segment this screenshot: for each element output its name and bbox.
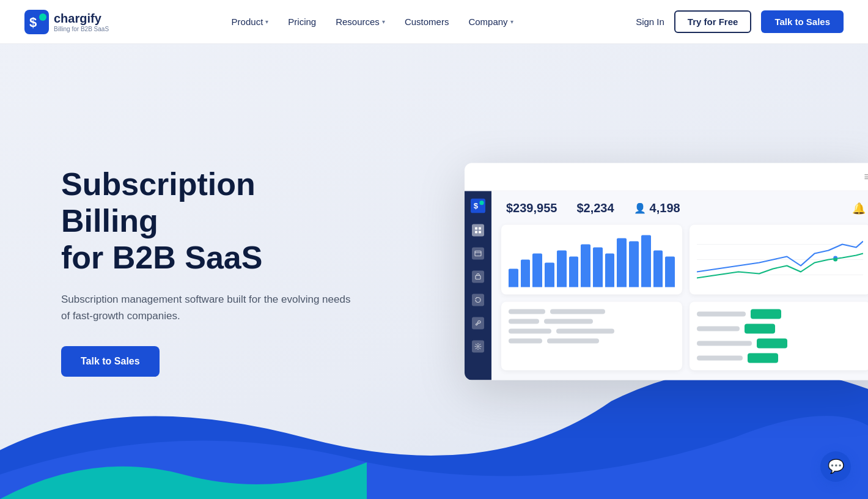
- data-bar: [509, 339, 542, 344]
- data-badge: [751, 309, 781, 319]
- data-bar: [697, 327, 740, 331]
- svg-rect-9: [479, 231, 481, 234]
- dashboard-data: [501, 302, 868, 371]
- data-row: [509, 329, 675, 334]
- sidebar-icon-dashboard: [472, 224, 484, 237]
- bar-chart-bar: [557, 251, 567, 287]
- svg-rect-12: [476, 276, 480, 279]
- bar-chart-bar: [569, 257, 579, 287]
- bar-chart-bar: [641, 235, 651, 287]
- navbar: $ chargify Billing for B2B SaaS Product …: [0, 0, 868, 44]
- svg-rect-7: [479, 227, 481, 230]
- bar-chart-bar: [521, 260, 531, 287]
- data-badge: [757, 339, 787, 349]
- data-box-left: [501, 302, 682, 371]
- data-badge: [748, 353, 778, 363]
- svg-text:$: $: [29, 15, 37, 30]
- data-bar: [697, 341, 752, 346]
- dashboard-stats: $239,955 $2,234 👤 4,198 🔔: [501, 201, 868, 215]
- data-bar: [547, 339, 599, 344]
- chevron-down-icon: ▾: [265, 18, 268, 25]
- bar-chart-bar: [509, 269, 518, 287]
- svg-rect-6: [475, 227, 477, 230]
- signin-button[interactable]: Sign In: [636, 17, 664, 27]
- sidebar-icon-refresh: [472, 294, 484, 306]
- sidebar-icon-wrench: [472, 317, 484, 330]
- chat-button[interactable]: 💬: [820, 451, 851, 482]
- logo[interactable]: $ chargify Billing for B2B SaaS: [24, 10, 109, 34]
- hero-content: Subscription Billing for B2B SaaS Subscr…: [0, 117, 355, 426]
- try-free-button[interactable]: Try for Free: [674, 10, 752, 33]
- svg-text:$: $: [474, 201, 479, 210]
- data-row: [509, 309, 675, 314]
- stat-revenue: $239,955: [506, 201, 557, 215]
- bar-chart: [509, 232, 675, 287]
- data-bar: [509, 319, 539, 324]
- nav-actions: Sign In Try for Free Talk to Sales: [636, 10, 844, 33]
- dashboard-sidebar: $: [465, 191, 491, 380]
- chevron-down-icon: ▾: [510, 18, 513, 25]
- stat-users-count: 4,198: [650, 201, 680, 215]
- data-bar: [544, 319, 593, 324]
- data-row: [509, 319, 675, 324]
- data-bar: [509, 309, 545, 314]
- hamburger-icon: ≡: [864, 171, 868, 183]
- svg-point-2: [39, 13, 46, 21]
- sidebar-icon-card: [472, 248, 484, 260]
- dashboard-topbar: ≡: [465, 163, 868, 191]
- dashboard-charts: [501, 225, 868, 295]
- svg-rect-8: [475, 231, 477, 234]
- bar-chart-bar: [545, 263, 554, 287]
- bar-chart-bar: [593, 248, 603, 287]
- bar-chart-bar: [581, 245, 590, 287]
- dashboard-card: ≡ $: [465, 163, 868, 380]
- nav-customers[interactable]: Customers: [405, 17, 449, 27]
- line-chart-box: [690, 225, 868, 295]
- bar-chart-bar: [653, 251, 663, 287]
- bell-icon: 🔔: [852, 201, 866, 215]
- sidebar-icon-gear: [472, 341, 484, 353]
- chat-icon: 💬: [828, 459, 844, 475]
- hero-subtitle: Subscription management software built f…: [61, 291, 355, 324]
- stat-users: 👤 4,198: [634, 201, 680, 215]
- data-rows-right: [697, 309, 863, 363]
- data-row: [697, 309, 863, 319]
- users-icon: 👤: [634, 202, 646, 214]
- dashboard-inner: $: [465, 191, 868, 380]
- bar-chart-bar: [629, 242, 639, 287]
- data-rows-left: [509, 309, 675, 344]
- data-box-right: [690, 302, 868, 371]
- dashboard-main: $239,955 $2,234 👤 4,198 🔔: [491, 191, 868, 380]
- dashboard-mockup: ≡ $: [465, 163, 868, 380]
- talk-to-sales-nav-button[interactable]: Talk to Sales: [761, 10, 844, 33]
- line-chart: [697, 232, 863, 287]
- nav-company[interactable]: Company ▾: [468, 17, 513, 27]
- chevron-down-icon: ▾: [382, 18, 385, 25]
- bar-chart-bar: [605, 254, 615, 287]
- logo-icon: $: [24, 10, 49, 34]
- data-row: [509, 339, 675, 344]
- data-bar: [556, 329, 614, 334]
- stat-mrr: $2,234: [576, 201, 614, 215]
- data-badge: [745, 324, 775, 334]
- svg-point-13: [477, 346, 479, 347]
- svg-rect-10: [475, 251, 481, 256]
- data-bar: [697, 312, 746, 317]
- data-bar: [697, 356, 743, 361]
- data-row: [697, 339, 863, 349]
- data-row: [697, 324, 863, 334]
- svg-point-18: [833, 258, 837, 262]
- data-bar: [509, 329, 551, 334]
- data-row: [697, 353, 863, 363]
- nav-product[interactable]: Product ▾: [232, 17, 269, 27]
- bar-chart-box: [501, 225, 682, 295]
- bar-chart-bar: [532, 254, 542, 287]
- nav-links: Product ▾ Pricing Resources ▾ Customers …: [232, 17, 513, 27]
- nav-pricing[interactable]: Pricing: [288, 17, 316, 27]
- logo-text: chargify Billing for B2B SaaS: [54, 12, 109, 32]
- nav-resources[interactable]: Resources ▾: [336, 17, 385, 27]
- bar-chart-bar: [665, 257, 675, 287]
- hero-cta-button[interactable]: Talk to Sales: [61, 346, 160, 377]
- hero-title: Subscription Billing for B2B SaaS: [61, 166, 355, 276]
- bar-chart-bar: [617, 238, 627, 287]
